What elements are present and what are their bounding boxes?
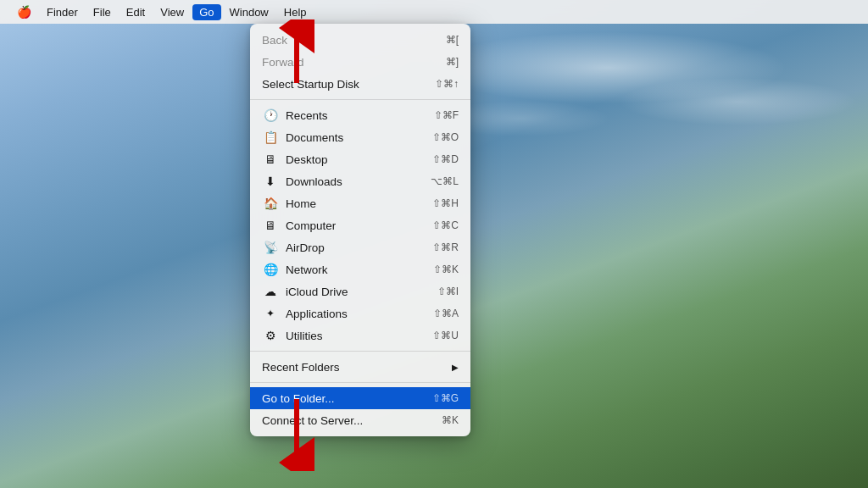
menu-item-documents[interactable]: 📋 Documents ⇧⌘O xyxy=(250,126,470,148)
menu-item-airdrop[interactable]: 📡 AirDrop ⇧⌘R xyxy=(250,236,470,258)
desktop-icon: 🖥 xyxy=(262,152,279,166)
submenu-arrow: ▶ xyxy=(452,363,459,372)
menu-item-utilities[interactable]: ⚙ Utilities ⇧⌘U xyxy=(250,324,470,347)
menu-go[interactable]: Go xyxy=(192,4,220,20)
apple-icon: 🍎 xyxy=(17,5,31,19)
menu-item-recents[interactable]: 🕐 Recents ⇧⌘F xyxy=(250,104,470,126)
menu-finder[interactable]: Finder xyxy=(40,4,85,20)
menu-item-computer[interactable]: 🖥 Computer ⇧⌘C xyxy=(250,214,470,236)
separator-2 xyxy=(250,351,470,352)
menu-item-network[interactable]: 🌐 Network ⇧⌘K xyxy=(250,258,470,280)
documents-icon: 📋 xyxy=(262,130,279,144)
menu-item-applications[interactable]: ✦ Applications ⇧⌘A xyxy=(250,302,470,324)
menu-file[interactable]: File xyxy=(86,4,118,20)
network-icon: 🌐 xyxy=(262,263,279,276)
menu-item-downloads[interactable]: ⬇ Downloads ⌥⌘L xyxy=(250,170,470,192)
recents-icon: 🕐 xyxy=(262,108,279,122)
home-icon: 🏠 xyxy=(262,197,279,210)
downloads-icon: ⬇ xyxy=(262,175,279,188)
menu-item-recent-folders[interactable]: Recent Folders ▶ xyxy=(250,356,470,378)
apple-menu[interactable]: 🍎 xyxy=(10,3,38,20)
computer-icon: 🖥 xyxy=(262,219,279,232)
menu-item-home[interactable]: 🏠 Home ⇧⌘H xyxy=(250,192,470,214)
menu-item-icloud[interactable]: ☁ iCloud Drive ⇧⌘I xyxy=(250,280,470,302)
icloud-icon: ☁ xyxy=(262,285,279,298)
menubar: 🍎 Finder File Edit View Go Window Help xyxy=(0,0,868,24)
menu-view[interactable]: View xyxy=(153,4,191,20)
menu-help[interactable]: Help xyxy=(277,4,314,20)
applications-icon: ✦ xyxy=(262,308,279,319)
arrow-down-annotation xyxy=(271,395,322,471)
utilities-icon: ⚙ xyxy=(262,329,279,342)
menu-edit[interactable]: Edit xyxy=(120,4,152,20)
menu-window[interactable]: Window xyxy=(223,4,275,20)
separator-1 xyxy=(250,99,470,100)
menu-item-desktop[interactable]: 🖥 Desktop ⇧⌘D xyxy=(250,148,470,170)
separator-3 xyxy=(250,382,470,383)
airdrop-icon: 📡 xyxy=(262,241,279,254)
